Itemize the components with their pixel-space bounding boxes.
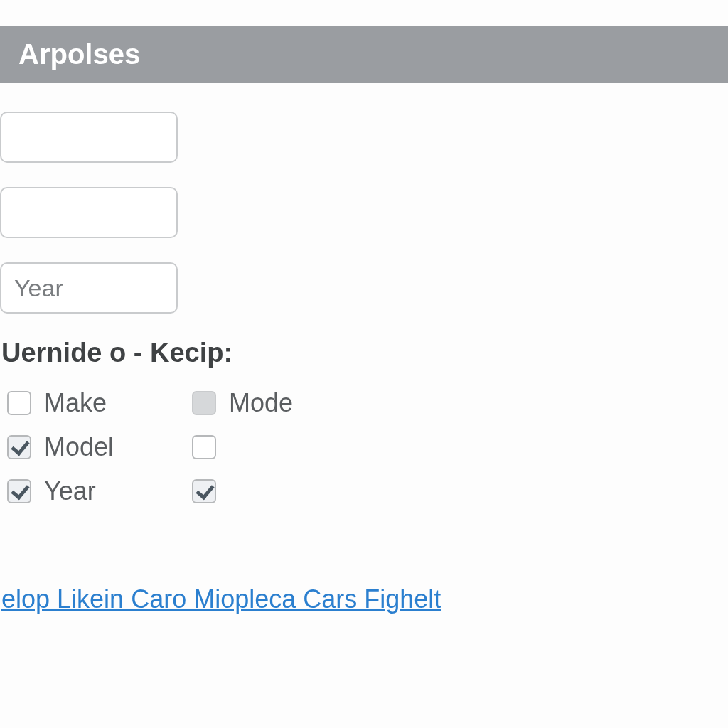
text-input-1[interactable] bbox=[0, 112, 178, 163]
header-bar: Arpolses bbox=[0, 26, 728, 83]
checkbox-model[interactable] bbox=[7, 435, 31, 459]
checkbox-mode-label: Mode bbox=[229, 388, 293, 418]
header-title: Arpolses bbox=[18, 38, 140, 70]
checkbox-row3-b[interactable] bbox=[192, 479, 216, 503]
checkbox-make[interactable] bbox=[7, 391, 31, 415]
form-area: Uernide o - Kecip: Make Mode Model Year bbox=[0, 83, 728, 614]
checkbox-model-label: Model bbox=[44, 432, 114, 462]
footer-link-wrap: elop Likein Caro Miopleca Cars Fighelt bbox=[0, 584, 728, 614]
checkbox-mode-disabled bbox=[192, 391, 216, 415]
checkbox-row-1: Make Mode bbox=[0, 388, 728, 418]
checkbox-year-label: Year bbox=[44, 476, 96, 506]
year-input[interactable] bbox=[0, 262, 178, 314]
text-input-2[interactable] bbox=[0, 187, 178, 238]
checkbox-row-2: Model bbox=[0, 432, 728, 462]
checkbox-row2-b[interactable] bbox=[192, 435, 216, 459]
footer-link[interactable]: elop Likein Caro Miopleca Cars Fighelt bbox=[1, 584, 441, 614]
checkbox-year[interactable] bbox=[7, 479, 31, 503]
checkbox-section-label: Uernide o - Kecip: bbox=[0, 338, 728, 368]
checkbox-row-3: Year bbox=[0, 476, 728, 506]
checkbox-make-label: Make bbox=[44, 388, 107, 418]
